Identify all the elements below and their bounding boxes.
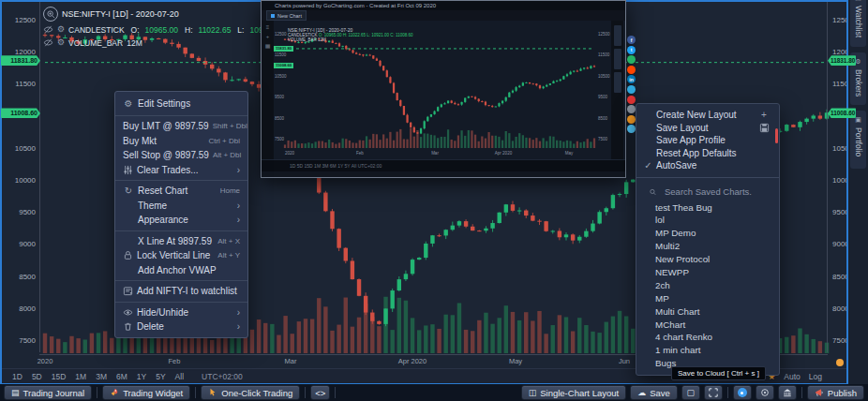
menu-item-x-line-at-9897-59[interactable]: X Line At 9897.59Alt + X [115,234,247,249]
candle-body [351,260,354,279]
menu-item-add-nifty-i-to-watchlist[interactable]: Add NIFTY-I to watchlist [115,284,247,299]
popup-price-badge: 11008.60 [274,63,293,68]
timezone-label[interactable]: UTC+02:00 [202,372,243,381]
saved-chart-mp[interactable]: MP [636,292,779,305]
tab-watchlist[interactable]: ▤ Watchlist [850,0,866,47]
interval-button-1d[interactable]: 1D [7,372,27,381]
share-pinterest-icon[interactable] [627,96,636,104]
log-scale-toggle[interactable]: Log [809,372,822,381]
volume-bar [310,319,314,353]
target-button[interactable] [756,385,774,400]
interval-button-1m[interactable]: 1M [70,372,91,381]
saved-chart-1-min-chart[interactable]: 1 min chart [636,344,779,357]
popup-price-tick: 12500 [598,32,610,37]
menu-item-delete[interactable]: Delete› [115,319,247,334]
volume-bar [288,141,290,148]
share-skype-icon[interactable] [627,125,636,133]
menu-item-save-app-profile[interactable]: Save App Profile [636,134,779,147]
volume-bar [593,138,595,148]
saved-chart-mchart[interactable]: MChart [636,319,779,332]
menu-item-save-layout[interactable]: Save Layout [636,122,779,135]
zoom-in-icon[interactable] [43,7,58,22]
menu-item-buy-mkt[interactable]: Buy MktCtrl + Dbl [115,134,247,149]
menu-item-clear-trades[interactable]: Clear Trades...› [115,163,247,178]
saved-chart-test-thea-bug[interactable]: test Thea Bug [636,201,779,215]
menu-item-appearance[interactable]: Appearance› [115,213,247,228]
volume-bar [498,137,500,148]
trading-journal-button[interactable]: ▤ Trading Journal [4,385,92,400]
interval-button-all[interactable]: All [171,372,188,381]
eye-off-icon[interactable] [43,24,53,35]
saved-chart-multi-chart[interactable]: Multi Chart [636,305,779,319]
saved-chart-2ch[interactable]: 2ch [636,279,779,292]
volume-bar [537,311,541,353]
menu-item-buy-lmt-9897-59[interactable]: Buy LMT @ 9897.59Shift + Dbl [115,119,247,134]
menu-item-theme[interactable]: Theme› [115,199,247,214]
saved-chart-newpp[interactable]: NEWPP [636,266,779,279]
tab-portfolio[interactable]: ▣ Portfolio [850,111,866,169]
sliders-icon [123,165,133,175]
series-settings-icon[interactable]: ⚙ [57,24,65,35]
share-twitter-icon[interactable]: t [627,46,636,54]
volume-bar [297,143,299,148]
exchange-button[interactable] [778,385,797,400]
trading-widget-button[interactable]: Trading Widget [102,385,190,400]
scrollbar-thumb[interactable] [775,128,778,143]
journal-icon: ▤ [11,388,20,397]
saved-charts-search[interactable] [636,183,779,201]
menu-item-reset-chart[interactable]: ↻Reset ChartHome [115,184,247,199]
interval-button-1y[interactable]: 1Y [132,372,151,381]
eye-off-icon[interactable] [43,37,53,48]
interval-button-3m[interactable]: 3M [91,372,112,381]
screenshot-region-button[interactable]: ▢ [681,385,700,400]
menu-item-add-anchor-vwap[interactable]: Add Anchor VWAP [115,263,247,278]
candle-body [529,82,531,83]
share-facebook-icon[interactable]: f [627,36,636,44]
saved-chart-lol[interactable]: lol [636,214,779,227]
share-reddit-icon[interactable] [627,66,636,74]
menu-item-hide-unhide[interactable]: Hide/Unhide› [115,305,247,320]
volume-bar [576,141,578,148]
menu-item-lock-vertical-line[interactable]: Lock Vertical LineAlt + Y [115,248,247,263]
publish-button[interactable]: Publish [807,385,864,400]
menu-item-create-new-layout[interactable]: Create New Layout+ [636,109,779,122]
volume-bar [137,336,141,353]
tab-brokers[interactable]: ⚙ Brokers [850,52,866,105]
code-snippet-button[interactable]: <> [310,385,330,400]
saved-chart-new-protocol[interactable]: New Protocol [636,253,779,266]
share-email-icon[interactable] [627,105,636,113]
interval-button-15d[interactable]: 15D [47,372,71,381]
chart-snapshot-popup[interactable]: Charts powered by GoCharting.com - Creat… [261,0,626,178]
snapshot-camera-button[interactable] [733,385,752,400]
candle-body [370,313,374,321]
volume-bar [163,336,167,353]
interval-button-5d[interactable]: 5D [27,372,47,381]
interval-button-6m[interactable]: 6M [112,372,132,381]
candle-body [443,103,445,104]
share-blogger-icon[interactable] [627,115,636,124]
menu-item-sell-stop-9897-59[interactable]: Sell Stop @ 9897.59Alt + Dbl [115,148,247,163]
auto-scale-toggle[interactable]: Auto [784,372,801,381]
saved-chart-multi2[interactable]: Multi2 [636,240,779,253]
series-settings-icon[interactable]: ⚙ [57,37,65,48]
share-whatsapp-icon[interactable] [627,55,636,64]
menu-item-edit-settings[interactable]: ⚙Edit Settings [115,95,247,112]
save-button[interactable]: ☁ Save [630,385,678,400]
saved-chart-4-chart-renko[interactable]: 4 chart Renko [636,331,779,344]
interval-button-5y[interactable]: 5Y [151,372,170,381]
candle-body [379,61,381,66]
menu-item-reset-app-defaults[interactable]: Reset App Defaults [636,147,779,160]
volume-bar [460,130,462,148]
single-chart-layout-button[interactable]: ◫ Single-Chart Layout [521,385,626,400]
share-telegram-icon[interactable] [627,85,636,94]
saved-chart-mp-demo[interactable]: MP Demo [636,227,779,240]
menu-item-autosave[interactable]: ✓AutoSave [636,159,779,172]
popup-price-tick: 9500 [598,95,607,99]
one-click-trading-button[interactable]: One-Click Trading [201,385,300,400]
candle-body [552,82,554,83]
volume-bar [542,138,544,148]
search-input[interactable] [663,186,770,198]
fullscreen-button[interactable] [704,385,723,400]
share-linkedin-icon[interactable]: in [627,75,636,83]
volume-bar [487,132,489,148]
